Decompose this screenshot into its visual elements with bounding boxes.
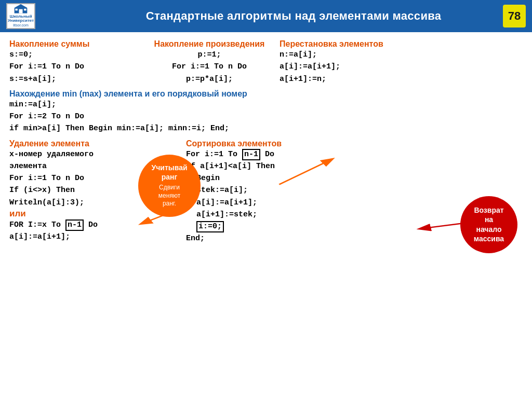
callout-red-line2: на <box>485 215 493 224</box>
main-content: Накопление суммы s:=0; For i:=1 To n Do … <box>0 32 532 249</box>
logo-line1: Школьный <box>9 14 32 19</box>
delete-for-suffix: Do <box>84 221 98 229</box>
bottom-row: Удаление элемента x-номер удаляемого эле… <box>9 139 523 245</box>
callout-orange-bubble: Учитывай ранг Сдвиги меняют ранг. <box>138 155 201 217</box>
n-minus-1-box-left: n-1 <box>65 219 84 231</box>
prod-code-2: For i:=1 To n Do <box>139 61 280 73</box>
sum-section: Накопление суммы s:=0; For i:=1 To n Do … <box>9 39 139 85</box>
sort-for-prefix: For i:=1 To <box>186 150 242 159</box>
sum-title: Накопление суммы <box>9 39 139 49</box>
logo-icon <box>14 4 28 13</box>
callout-red-line4: массива <box>474 234 504 243</box>
callout-red-bubble: Возврат на начало массива <box>460 196 517 253</box>
prod-section: Накопление произведения p:=1; For i:=1 T… <box>139 39 280 85</box>
sort-code-4: stek:=a[i]; <box>186 184 523 196</box>
callout-red-line3: начало <box>476 225 501 234</box>
swap-code-2: a[i]:=a[i+1]; <box>280 61 523 73</box>
minmax-code-3: if min>a[i] Then Begin min:=a[i]; minn:=… <box>9 122 523 134</box>
prod-code-1: p:=1; <box>139 49 280 61</box>
minmax-code-1: min:=a[i]; <box>9 99 523 111</box>
i-zero-box: i:=0; <box>196 221 224 232</box>
minmax-section: Нахождение min (max) элемента и его поря… <box>9 89 523 135</box>
logo-area: Школьный Университет litsor.com <box>6 3 89 29</box>
prod-code-3: p:=p*a[i]; <box>139 73 280 85</box>
minmax-code-2: For i:=2 To n Do <box>9 111 523 122</box>
minmax-title: Нахождение min (max) элемента и его поря… <box>9 89 523 99</box>
top-row: Накопление суммы s:=0; For i:=1 To n Do … <box>9 39 523 85</box>
swap-code-1: n:=a[i]; <box>280 49 523 61</box>
svg-rect-2 <box>19 9 22 13</box>
callout-orange-line3: Сдвиги <box>159 184 180 191</box>
callout-orange-line4: меняют <box>158 192 180 199</box>
delete-for-prefix: FOR I:=x To <box>9 221 65 229</box>
sort-title: Сортировка элементов <box>186 139 523 148</box>
sum-code-3: s:=s+a[i]; <box>9 73 139 85</box>
sort-code-2: If a[i+1]<a[i] Then <box>186 160 523 172</box>
callout-orange-line5: ранг. <box>163 200 176 207</box>
callout-red-line1: Возврат <box>474 205 503 215</box>
callout-orange-line1: Учитывай <box>151 163 187 172</box>
svg-marker-1 <box>15 4 28 8</box>
prod-title: Накопление произведения <box>139 39 280 49</box>
logo-line2: Университет <box>8 18 34 23</box>
header: Школьный Университет litsor.com Стандарт… <box>0 0 532 32</box>
sort-code-3: Begin <box>186 172 523 184</box>
sort-code-1: For i:=1 To n-1 Do <box>186 148 523 160</box>
swap-code-3: a[i+1]:=n; <box>280 73 523 85</box>
delete-code2-2: a[i]:=a[i+1]; <box>9 231 181 243</box>
swap-title: Перестановка элементов <box>280 39 523 49</box>
sort-for-suffix: Do <box>260 150 274 159</box>
sum-code-1: s:=0; <box>9 49 139 61</box>
delete-code2-1: FOR I:=x To n-1 Do <box>9 221 98 229</box>
callout-orange-line2: ранг <box>162 172 178 182</box>
logo-box: Школьный Университет litsor.com <box>6 3 35 29</box>
delete-title: Удаление элемента <box>9 139 181 148</box>
n-minus-1-box-right: n-1 <box>242 149 260 160</box>
svg-rect-4 <box>24 9 26 11</box>
page-number-badge: 78 <box>503 5 526 28</box>
logo-url: litsor.com <box>13 23 29 27</box>
swap-section: Перестановка элементов n:=a[i]; a[i]:=a[… <box>280 39 523 85</box>
page-title: Стандартные алгоритмы над элементами мас… <box>89 9 498 23</box>
sum-code-2: For i:=1 To n Do <box>9 61 139 73</box>
svg-rect-3 <box>15 9 17 11</box>
